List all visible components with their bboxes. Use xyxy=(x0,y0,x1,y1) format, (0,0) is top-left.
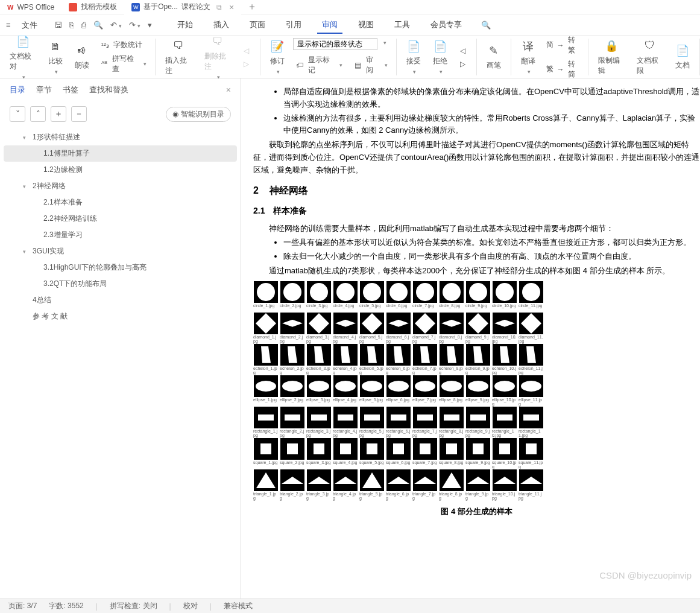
preview-icon[interactable]: 🔍 xyxy=(93,21,103,30)
accept-icon: 📄 xyxy=(406,39,421,54)
doc-paragraph: 获取到轮廓的点坐标序列后，不仅可以利用傅里叶描述子对其进行OpenCV提供的mo… xyxy=(253,139,700,176)
reject-button[interactable]: 📄拒绝 xyxy=(429,37,451,77)
sidebar-tab-toc[interactable]: 目录 xyxy=(10,83,25,97)
status-proof[interactable]: 校对 xyxy=(183,601,198,611)
sample-cell: echelon_5.jpg xyxy=(359,344,385,375)
status-spell[interactable]: 拼写检查: 关闭 xyxy=(110,601,157,611)
sample-cell: circle_11.jpg xyxy=(519,281,544,313)
sample-cell: rectangle_6.jpg xyxy=(386,407,411,438)
read-button[interactable]: 🕫朗读 xyxy=(71,41,93,73)
smart-toc-button[interactable]: ◉智能识别目录 xyxy=(166,107,231,122)
sample-cell: triangle_9.jpg xyxy=(465,469,491,501)
tab-popout-icon[interactable]: ⧉ xyxy=(216,3,222,11)
save-icon[interactable]: 🖫 xyxy=(54,21,62,30)
prev-change-button[interactable]: ◁ xyxy=(456,45,470,57)
show-marks-button[interactable]: 🏷显示标记 xyxy=(293,54,345,77)
prev-comment-button[interactable]: ◁ xyxy=(239,45,254,57)
trad-to-simp-button[interactable]: 繁→转简 xyxy=(544,58,582,81)
expand-button[interactable]: ˄ xyxy=(30,106,46,122)
sidebar-tab-findreplace[interactable]: 查找和替换 xyxy=(89,83,128,97)
tab-start[interactable]: 开始 xyxy=(172,17,198,34)
doc-perm-button[interactable]: 🛡文档权限 xyxy=(633,36,667,78)
tab-review[interactable]: 审阅 xyxy=(317,17,342,34)
status-page[interactable]: 页面: 3/7 xyxy=(8,601,37,611)
sample-cell: triangle_5.jpg xyxy=(359,469,385,501)
undo-icon[interactable]: ↶ xyxy=(110,21,122,30)
hamburger-icon[interactable]: ≡ xyxy=(6,21,11,30)
next-comment-button[interactable]: ▷ xyxy=(239,58,254,70)
tab-insert[interactable]: 插入 xyxy=(209,17,234,34)
revision-display-select[interactable]: 显示标记的最终状态 xyxy=(293,38,377,50)
prev-icon: ◁ xyxy=(242,46,251,56)
toc-item[interactable]: 1.2边缘检测 xyxy=(0,162,241,178)
tab-daoke[interactable]: 找稻壳模板 xyxy=(61,0,124,14)
toc-item[interactable]: 2.3增量学习 xyxy=(0,227,241,243)
sample-cell: rectangle_1.jpg xyxy=(253,407,279,438)
tab-tools[interactable]: 工具 xyxy=(389,17,415,34)
toc-item[interactable]: 2.2神经网络训练 xyxy=(0,211,241,227)
search-icon[interactable]: 🔍 xyxy=(481,21,491,30)
sample-cell: rectangle_2.jpg xyxy=(280,407,305,438)
remove-section-button[interactable]: － xyxy=(71,106,87,122)
toc-item[interactable]: 1形状特征描述 xyxy=(0,129,241,145)
menubar: ≡ 文件 🖫 ⎘ ⎙ 🔍 ↶ ↷ ▾ 开始 插入 页面 引用 审阅 视图 工具 … xyxy=(0,14,700,36)
toc-item[interactable]: 参 考 文 献 xyxy=(0,308,241,325)
translate-button[interactable]: 译翻译 xyxy=(517,37,539,77)
next-change-button[interactable]: ▷ xyxy=(456,58,470,70)
tab-reference[interactable]: 引用 xyxy=(281,17,306,34)
close-icon[interactable]: × xyxy=(229,2,234,12)
sample-cell: circle_9.jpg xyxy=(465,281,491,313)
tab-wps[interactable]: WWPS Office xyxy=(0,0,61,14)
toc-item[interactable]: 3.2QT下的功能布局 xyxy=(0,276,241,292)
sidebar-tab-bookmarks[interactable]: 书签 xyxy=(63,83,78,97)
sample-cell: triangle_2.jpg xyxy=(280,469,305,501)
new-tab-button[interactable]: ＋ xyxy=(241,1,263,13)
sidebar-close-icon[interactable]: × xyxy=(226,85,231,95)
limit-edit-button[interactable]: 🔒限制编辑 xyxy=(594,36,628,78)
speaker-icon: 🕫 xyxy=(75,43,89,58)
collapse-button[interactable]: ˅ xyxy=(10,106,25,122)
sample-cell: triangle_3.jpg xyxy=(306,469,332,501)
print-icon[interactable]: ⎙ xyxy=(81,21,86,30)
prev-change-icon: ◁ xyxy=(458,46,468,56)
sidebar-tab-chapters[interactable]: 章节 xyxy=(36,83,52,97)
file-menu[interactable]: 文件 xyxy=(17,17,42,33)
delete-comment-button[interactable]: 🗨删除批注 xyxy=(201,32,235,83)
word-doc-icon: W xyxy=(131,3,140,11)
sample-cell: square_7.jpg xyxy=(412,438,438,469)
link-icon[interactable]: ⎘ xyxy=(69,21,74,30)
status-words[interactable]: 字数: 3552 xyxy=(49,601,83,611)
toc-item[interactable]: 2神经网络 xyxy=(0,178,241,194)
sample-cell: ellipse_7.jpg xyxy=(412,375,438,407)
titlebar: WWPS Office 找稻壳模板 W 基于Ope... 课程论文 ⧉ × ＋ xyxy=(0,0,700,14)
spell-check-button[interactable]: ᴬᴮ拼写检查 xyxy=(98,52,149,75)
brush-button[interactable]: ✎画笔 xyxy=(483,41,505,73)
menu-tabs: 开始 插入 页面 引用 审阅 视图 工具 会员专享 xyxy=(172,17,467,34)
accept-button[interactable]: 📄接受 xyxy=(403,37,424,77)
insert-comment-button[interactable]: 🗨插入批注 xyxy=(162,36,195,78)
toc-item[interactable]: 3GUI实现 xyxy=(0,243,241,259)
add-section-button[interactable]: ＋ xyxy=(51,106,66,122)
review-pane-button[interactable]: ▤审阅 xyxy=(351,54,389,77)
tab-view[interactable]: 视图 xyxy=(353,17,379,34)
document-area[interactable]: 局部自适应阈值则是根据像素的邻域块的像素值分布来确定该化阈值。在OpenCV中可… xyxy=(241,78,700,599)
overflow-icon[interactable]: ▾ xyxy=(148,21,152,30)
tab-page[interactable]: 页面 xyxy=(245,17,270,34)
doc-proof-button[interactable]: 📄文档校对 xyxy=(6,32,40,83)
sample-cell: triangle_4.jpg xyxy=(333,469,358,501)
toc-item[interactable]: 4总结 xyxy=(0,292,241,308)
compare-button[interactable]: 🗎比较 xyxy=(45,37,66,77)
simp-to-trad-button[interactable]: 简→转繁 xyxy=(544,34,582,57)
sample-cell: rectangle_4.jpg xyxy=(333,407,358,438)
toc-item[interactable]: 1.1傅里叶算子 xyxy=(4,145,237,162)
toc-item[interactable]: 2.1样本准备 xyxy=(0,194,241,211)
tab-member[interactable]: 会员专享 xyxy=(426,17,467,34)
word-count-button[interactable]: ¹²₃字数统计 xyxy=(98,39,149,51)
redo-icon[interactable]: ↷ xyxy=(129,21,140,30)
doc-more-button[interactable]: 📄文档 xyxy=(672,41,693,73)
revise-button[interactable]: 📝修订 xyxy=(266,37,288,77)
tab-document[interactable]: W 基于Ope... 课程论文 ⧉ × xyxy=(124,0,241,14)
toc-item[interactable]: 3.1HighGUI下的轮廓叠加与高亮 xyxy=(0,259,241,276)
sample-cell: diamond_1.jpg xyxy=(253,313,279,344)
status-compat[interactable]: 兼容模式 xyxy=(224,601,253,611)
